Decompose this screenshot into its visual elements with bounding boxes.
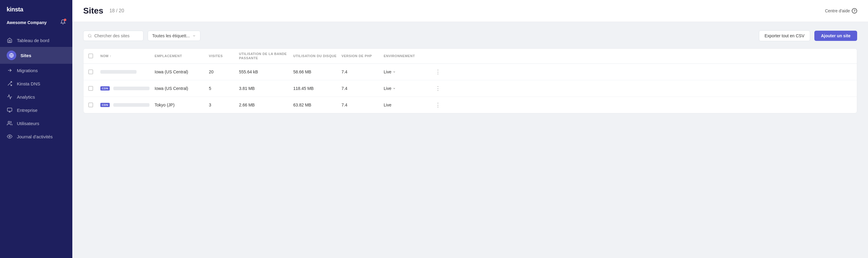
home-icon	[7, 37, 13, 43]
help-label: Centre d'aide	[825, 8, 850, 13]
table-row: Iowa (US Central) 20 555.64 kB 58.66 MB …	[84, 64, 857, 80]
toolbar: Toutes les étiquett... Exporter tout en …	[83, 30, 857, 41]
help-icon: ?	[852, 8, 857, 13]
row2-env: Live	[384, 86, 432, 91]
sidebar-item-label-utilisateurs: Utilisateurs	[17, 121, 39, 126]
add-site-button[interactable]: Ajouter un site	[814, 31, 857, 41]
sidebar: kinsta Awesome Company Tableau de bord	[0, 0, 72, 258]
search-icon	[88, 34, 92, 38]
migrations-icon	[7, 67, 13, 73]
sidebar-item-entreprise[interactable]: Entreprise	[0, 104, 72, 117]
row1-env: Live	[384, 69, 432, 74]
row3-name-cell: CDN	[100, 103, 155, 107]
th-env: ENVIRONNEMENT	[384, 52, 432, 61]
sidebar-item-label-migrations: Migrations	[17, 68, 38, 73]
sort-arrow-icon: ↑	[110, 54, 112, 58]
row2-env-label: Live	[384, 86, 392, 91]
row1-php: 7.4	[341, 69, 384, 74]
search-input[interactable]	[94, 33, 139, 38]
sidebar-item-journal[interactable]: Journal d'activités	[0, 130, 72, 143]
row2-site-name-bar	[113, 86, 150, 90]
th-name: NOM ↑	[100, 52, 155, 61]
row3-checkbox[interactable]	[88, 103, 93, 107]
row3-env: Live	[384, 103, 432, 107]
export-button[interactable]: Exporter tout en CSV	[759, 30, 810, 41]
row1-disk: 58.66 MB	[293, 69, 341, 74]
main-content: Sites 18 / 20 Centre d'aide ? Toutes les…	[72, 0, 868, 258]
journal-icon	[7, 134, 13, 140]
chevron-down-icon	[192, 34, 196, 38]
row1-env-badge[interactable]: Live	[384, 69, 432, 74]
content-area: Toutes les étiquett... Exporter tout en …	[72, 22, 868, 258]
sidebar-item-label-entreprise: Entreprise	[17, 108, 37, 113]
row3-env-badge[interactable]: Live	[384, 103, 432, 107]
row2-env-badge[interactable]: Live	[384, 86, 432, 91]
sidebar-item-analytics[interactable]: Analytics	[0, 90, 72, 104]
kinsta-logo: kinsta	[7, 6, 31, 14]
row3-checkbox-cell	[88, 103, 100, 107]
th-actions	[432, 52, 444, 61]
row2-checkbox[interactable]	[88, 86, 93, 91]
select-all-checkbox[interactable]	[88, 53, 93, 58]
notification-dot	[64, 19, 66, 21]
header-left: Sites 18 / 20	[83, 6, 124, 15]
sidebar-item-migrations[interactable]: Migrations	[0, 64, 72, 77]
help-link[interactable]: Centre d'aide ?	[825, 8, 857, 13]
logo-area: kinsta	[0, 0, 72, 17]
row3-location: Tokyo (JP)	[155, 103, 209, 107]
th-checkbox	[88, 52, 100, 61]
row2-disk: 118.45 MB	[293, 86, 341, 91]
row1-checkbox-cell	[88, 69, 100, 74]
search-box[interactable]	[83, 31, 144, 41]
row1-more-button[interactable]: ⋮	[432, 69, 444, 75]
row3-more-button[interactable]: ⋮	[432, 102, 444, 108]
svg-rect-5	[7, 108, 12, 111]
dns-icon	[7, 81, 13, 86]
page-header: Sites 18 / 20 Centre d'aide ?	[72, 0, 868, 22]
filter-dropdown[interactable]: Toutes les étiquett...	[148, 31, 200, 41]
row2-location: Iowa (US Central)	[155, 86, 209, 91]
row3-bandwidth: 2.66 MB	[239, 103, 293, 107]
th-location: EMPLACEMENT	[155, 52, 209, 61]
row1-bandwidth: 555.64 kB	[239, 69, 293, 74]
th-disk: UTILISATION DU DISQUE	[293, 52, 341, 61]
sidebar-item-utilisateurs[interactable]: Utilisateurs	[0, 117, 72, 130]
sidebar-item-label-journal: Journal d'activités	[17, 134, 53, 139]
company-area: Awesome Company	[0, 17, 72, 31]
row1-checkbox[interactable]	[88, 69, 93, 74]
chevron-down-icon	[393, 87, 396, 90]
row3-disk: 63.82 MB	[293, 103, 341, 107]
sites-table: NOM ↑ EMPLACEMENT VISITES UTILISATION DE…	[83, 48, 857, 113]
sidebar-item-sites[interactable]: Sites	[0, 47, 72, 64]
row1-location: Iowa (US Central)	[155, 69, 209, 74]
sites-count: 18 / 20	[110, 8, 124, 13]
row1-visits: 20	[209, 69, 239, 74]
sites-icon	[7, 50, 16, 60]
filter-label: Toutes les étiquett...	[152, 33, 190, 38]
th-visits: VISITES	[209, 52, 239, 61]
table-row: CDN Tokyo (JP) 3 2.66 MB 63.82 MB 7.4 Li…	[84, 97, 857, 113]
row2-bandwidth: 3.81 MB	[239, 86, 293, 91]
row2-name-cell: CDN	[100, 86, 155, 90]
row1-env-label: Live	[384, 69, 392, 74]
svg-point-8	[8, 121, 10, 123]
svg-point-10	[88, 34, 91, 37]
sidebar-item-dns[interactable]: Kinsta DNS	[0, 77, 72, 90]
table-header: NOM ↑ EMPLACEMENT VISITES UTILISATION DE…	[84, 49, 857, 64]
analytics-icon	[7, 94, 13, 100]
sidebar-item-dashboard[interactable]: Tableau de bord	[0, 34, 72, 47]
th-php: VERSION DE PHP	[341, 52, 384, 61]
notification-bell[interactable]	[60, 19, 66, 26]
row2-php: 7.4	[341, 86, 384, 91]
th-bandwidth: UTILISATION DE LA BANDE PASSANTE	[239, 52, 293, 61]
entreprise-icon	[7, 107, 13, 113]
cdn-badge: CDN	[100, 86, 110, 90]
sidebar-item-label-dashboard: Tableau de bord	[17, 38, 50, 43]
row3-env-label: Live	[384, 103, 392, 107]
row3-php: 7.4	[341, 103, 384, 107]
svg-point-9	[9, 136, 10, 138]
row2-more-button[interactable]: ⋮	[432, 85, 444, 92]
row2-visits: 5	[209, 86, 239, 91]
row1-name-cell	[100, 70, 155, 74]
table-row: CDN Iowa (US Central) 5 3.81 MB 118.45 M…	[84, 80, 857, 97]
